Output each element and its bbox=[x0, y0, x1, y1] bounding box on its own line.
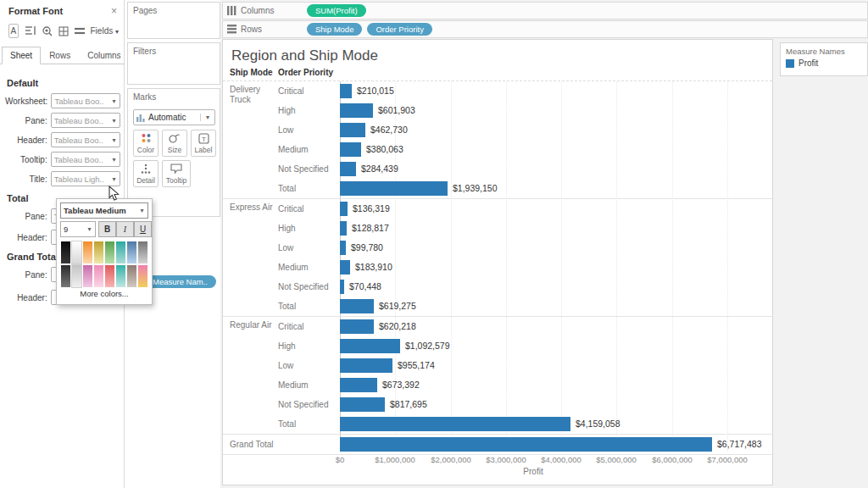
bar-value-label: $210,015 bbox=[357, 81, 394, 101]
fields-dropdown[interactable]: Fields ▾ bbox=[91, 26, 119, 36]
tab-columns[interactable]: Columns bbox=[79, 47, 129, 64]
label-button[interactable]: TLabel bbox=[191, 130, 216, 157]
color-button[interactable]: Color bbox=[133, 130, 159, 157]
palette-swatch[interactable] bbox=[83, 241, 92, 263]
color-palette bbox=[61, 241, 147, 287]
order-priority-label: Low bbox=[278, 356, 339, 375]
palette-swatch[interactable] bbox=[127, 265, 136, 287]
bold-button[interactable]: B bbox=[98, 221, 116, 237]
rows-shelf[interactable]: Rows Ship ModeOrder Priority bbox=[222, 20, 868, 38]
mark-type-dropdown[interactable]: Automatic ▾ bbox=[133, 109, 215, 125]
palette-swatch[interactable] bbox=[94, 265, 103, 287]
more-colors-link[interactable]: More colors... bbox=[57, 289, 152, 298]
measure-names-pill[interactable]: Measure Nam.. bbox=[144, 275, 216, 288]
chart-row: High$1,092,579 bbox=[223, 336, 772, 356]
palette-swatch[interactable] bbox=[116, 241, 125, 263]
x-axis[interactable]: $0$1,000,000$2,000,000$3,000,000$4,000,0… bbox=[223, 455, 772, 467]
filters-card[interactable]: Filters bbox=[127, 42, 220, 85]
profit-bar[interactable] bbox=[340, 123, 365, 137]
alignment-icon[interactable] bbox=[25, 25, 36, 37]
columns-shelf[interactable]: Columns SUM(Profit) bbox=[222, 2, 868, 19]
font-select[interactable]: Tableau Boo..▾ bbox=[51, 152, 120, 167]
profit-bar[interactable] bbox=[340, 378, 377, 392]
legend-title: Measure Names bbox=[781, 43, 867, 56]
profit-bar[interactable] bbox=[340, 280, 344, 294]
palette-swatch[interactable] bbox=[138, 241, 147, 263]
order-priority-label: High bbox=[278, 336, 339, 356]
field-pill[interactable]: Order Priority bbox=[367, 23, 431, 36]
font-select[interactable]: Tableau Boo..▾ bbox=[51, 132, 120, 147]
font-format-popup: Tableau Medium ▾ 9 ▾ B I U More colors..… bbox=[56, 198, 153, 305]
profit-bar[interactable] bbox=[340, 221, 347, 236]
palette-swatch[interactable] bbox=[127, 241, 136, 263]
mark-button-label: Color bbox=[137, 146, 154, 154]
size-button[interactable]: Size bbox=[162, 130, 187, 157]
profit-bar[interactable] bbox=[340, 397, 385, 412]
bar-value-label: $955,174 bbox=[398, 356, 435, 375]
profit-bar[interactable] bbox=[340, 162, 356, 176]
measure-names-legend[interactable]: Measure Names Profit bbox=[780, 42, 868, 76]
tab-rows[interactable]: Rows bbox=[41, 47, 79, 64]
field-label: Pane: bbox=[5, 270, 51, 280]
palette-swatch[interactable] bbox=[94, 241, 103, 263]
profit-bar[interactable] bbox=[340, 339, 400, 353]
underline-button[interactable]: U bbox=[134, 221, 152, 237]
font-size-dropdown[interactable]: 9 ▾ bbox=[60, 221, 96, 237]
bar-value-label: $70,448 bbox=[349, 277, 381, 297]
detail-button[interactable]: Detail bbox=[133, 160, 159, 187]
order-priority-label: Total bbox=[278, 414, 339, 434]
lines-icon[interactable] bbox=[75, 25, 85, 37]
profit-bar[interactable] bbox=[340, 260, 350, 274]
format-field-row: Tooltip:Tableau Boo..▾ bbox=[5, 152, 120, 167]
palette-swatch[interactable] bbox=[61, 241, 70, 263]
profit-bar[interactable] bbox=[340, 299, 374, 313]
mark-type-value: Automatic bbox=[145, 113, 200, 122]
profit-bar[interactable] bbox=[340, 319, 374, 334]
italic-button[interactable]: I bbox=[116, 221, 134, 237]
order-priority-header[interactable]: Order Priority bbox=[278, 68, 333, 77]
tooltip-button[interactable]: Tooltip bbox=[162, 160, 191, 187]
profit-bar[interactable] bbox=[340, 181, 448, 196]
format-field-row: Worksheet:Tableau Boo..▾ bbox=[5, 93, 120, 108]
mark-button-label: Tooltip bbox=[166, 176, 187, 185]
borders-icon[interactable] bbox=[58, 25, 69, 37]
palette-swatch[interactable] bbox=[105, 241, 114, 263]
palette-swatch[interactable] bbox=[72, 265, 81, 287]
palette-swatch[interactable] bbox=[72, 241, 81, 263]
palette-swatch[interactable] bbox=[83, 265, 92, 287]
legend-item[interactable]: Profit bbox=[781, 56, 867, 68]
profit-bar[interactable] bbox=[340, 84, 352, 98]
profit-bar[interactable] bbox=[340, 358, 392, 373]
chart-row: Critical$136,319 bbox=[223, 199, 772, 219]
bar-chart-icon bbox=[136, 114, 145, 122]
field-pill[interactable]: Ship Mode bbox=[307, 23, 362, 36]
palette-swatch[interactable] bbox=[138, 265, 147, 287]
tab-sheet[interactable]: Sheet bbox=[2, 47, 41, 64]
close-icon[interactable]: × bbox=[111, 5, 117, 17]
profit-bar[interactable] bbox=[340, 103, 373, 118]
field-label: Header: bbox=[5, 233, 51, 242]
profit-bar[interactable] bbox=[340, 142, 361, 157]
font-select[interactable]: Tableau Ligh..▾ bbox=[51, 171, 120, 186]
pages-card[interactable]: Pages bbox=[127, 2, 220, 39]
worksheet-view: Region and Ship Mode Ship Mode Order Pri… bbox=[222, 39, 773, 485]
palette-swatch[interactable] bbox=[105, 265, 114, 287]
ship-mode-label: Express Air bbox=[230, 202, 275, 213]
profit-bar[interactable] bbox=[340, 417, 570, 431]
format-tabs: SheetRowsColumns bbox=[0, 47, 124, 64]
palette-swatch[interactable] bbox=[61, 265, 70, 287]
shading-icon[interactable] bbox=[42, 25, 53, 37]
columns-shelf-label: Columns bbox=[241, 6, 285, 15]
palette-swatch[interactable] bbox=[116, 265, 125, 287]
font-family-dropdown[interactable]: Tableau Medium ▾ bbox=[60, 202, 148, 219]
profit-bar[interactable] bbox=[340, 241, 346, 255]
font-select[interactable]: Tableau Boo..▾ bbox=[51, 93, 120, 108]
ship-mode-header[interactable]: Ship Mode bbox=[230, 68, 273, 77]
profit-bar[interactable] bbox=[340, 202, 348, 216]
profit-bar[interactable] bbox=[340, 437, 712, 452]
font-select[interactable]: Tableau Boo..▾ bbox=[51, 113, 120, 128]
format-field-row: Pane:Tableau Boo..▾ bbox=[5, 113, 120, 128]
field-pill[interactable]: SUM(Profit) bbox=[307, 4, 366, 17]
format-font-icon[interactable]: A bbox=[8, 24, 19, 38]
bar-value-label: $99,780 bbox=[351, 238, 383, 258]
